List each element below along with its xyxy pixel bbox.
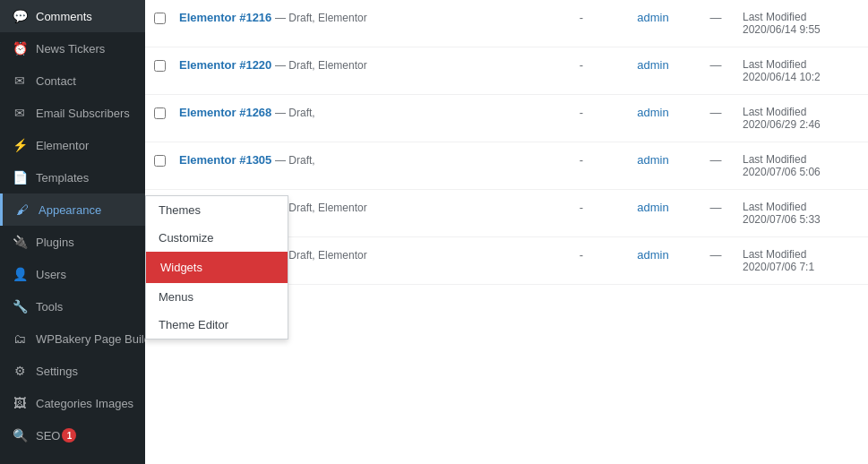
sidebar: 💬 Comments ⏰ News Tickers ✉ Contact ✉ Em… [0,0,145,464]
last-modified-label: Last Modified [743,201,859,213]
sidebar-item-news-tickers-label: News Tickers [36,42,105,56]
post-date-col: Last Modified 2020/07/06 5:33 [743,201,859,226]
last-modified-label: Last Modified [743,11,859,23]
sidebar-item-plugins[interactable]: 🔌 Plugins [0,226,145,258]
sidebar-item-settings[interactable]: ⚙ Settings [0,355,145,387]
last-modified-label: Last Modified [743,248,859,261]
dropdown-item-menus[interactable]: Menus [146,283,288,311]
sidebar-item-wpbakery-label: WPBakery Page Builder [36,332,145,346]
sidebar-item-categories-images-label: Categories Images [36,397,133,410]
appearance-icon: 🖌 [13,201,31,219]
appearance-dropdown: Themes Customize Widgets Menus Theme Edi… [145,195,288,339]
post-date-col: Last Modified 2020/07/06 7:1 [743,248,859,273]
sidebar-item-news-tickers[interactable]: ⏰ News Tickers [0,32,145,64]
post-author-link[interactable]: admin [637,201,668,214]
email-subscribers-icon: ✉ [11,104,29,122]
last-modified-label: Last Modified [743,153,859,166]
sidebar-item-elementor-label: Elementor [36,139,89,152]
post-title-col: Elementor #1220 — Draft, Elementor [179,58,546,72]
post-author-link[interactable]: admin [637,11,668,24]
sidebar-item-appearance-label: Appearance [39,203,101,217]
sidebar-item-templates[interactable]: 📄 Templates [0,161,145,193]
sidebar-item-wpbakery[interactable]: 🗂 WPBakery Page Builder [0,322,145,355]
post-author-col: admin [617,58,689,72]
templates-icon: 📄 [11,168,29,186]
sidebar-item-comments[interactable]: 💬 Comments [0,0,145,32]
sidebar-item-contact[interactable]: ✉ Contact [0,64,145,97]
row-checkbox-col [154,11,179,27]
row-checkbox[interactable] [154,60,166,72]
table-row: Elementor #1305 — Draft, - admin — Last … [145,142,868,190]
post-status: — Draft, [275,107,315,119]
dropdown-item-widgets[interactable]: Widgets [146,252,288,283]
post-tags-col: — [689,201,743,214]
sidebar-item-comments-label: Comments [36,10,92,23]
post-tags-col: — [689,11,743,24]
post-title-col: Elementor #1216 — Draft, Elementor [179,11,546,24]
post-status: — Draft, [275,154,315,167]
post-categories-col: - [546,248,617,262]
post-title-link[interactable]: Elementor #1220 [179,58,271,72]
table-row: Elementor #1268 — Draft, - admin — Last … [145,95,868,142]
post-title-link[interactable]: Elementor #1268 [179,106,271,119]
post-author-col: admin [617,248,689,262]
sidebar-item-plugins-label: Plugins [36,236,74,249]
last-modified-date: 2020/06/14 10:2 [743,71,859,83]
sidebar-item-users-label: Users [36,268,66,281]
sidebar-item-seo[interactable]: 🔍 SEO 1 [0,419,145,451]
last-modified-date: 2020/07/06 7:1 [743,261,859,273]
post-author-link[interactable]: admin [637,106,668,119]
wpbakery-icon: 🗂 [11,330,29,348]
post-status: — Draft, Elementor [275,59,367,72]
post-author-col: admin [617,153,689,167]
sidebar-item-tools[interactable]: 🔧 Tools [0,290,145,322]
sidebar-item-seo-label: SEO [36,429,60,443]
dropdown-item-themes[interactable]: Themes [146,196,288,224]
news-tickers-icon: ⏰ [11,39,29,57]
post-author-link[interactable]: admin [637,58,668,72]
row-checkbox-col [154,153,179,169]
post-date-col: Last Modified 2020/06/14 9:55 [743,11,859,36]
users-icon: 👤 [11,265,29,283]
sidebar-item-categories-images[interactable]: 🖼 Categories Images [0,387,145,419]
row-checkbox[interactable] [154,13,166,24]
dropdown-item-customize[interactable]: Customize [146,224,288,252]
post-status: — Draft, Elementor [275,249,367,262]
post-title-col: Elementor #1305 — Draft, [179,153,546,167]
post-title-col: Elementor #1268 — Draft, [179,106,546,119]
dropdown-item-theme-editor[interactable]: Theme Editor [146,311,288,339]
post-date-col: Last Modified 2020/06/29 2:46 [743,106,859,131]
post-date-col: Last Modified 2020/06/14 10:2 [743,58,859,83]
sidebar-item-tools-label: Tools [36,300,63,314]
post-author-link[interactable]: admin [637,153,668,167]
last-modified-label: Last Modified [743,58,859,71]
post-author-link[interactable]: admin [637,248,668,262]
seo-icon: 🔍 [11,426,29,444]
last-modified-date: 2020/06/14 9:55 [743,23,859,36]
sidebar-item-users[interactable]: 👤 Users [0,258,145,290]
sidebar-item-contact-label: Contact [36,74,76,88]
post-tags-col: — [689,248,743,262]
table-row: Elementor #1216 — Draft, Elementor - adm… [145,0,868,47]
last-modified-label: Last Modified [743,106,859,118]
sidebar-item-elementor[interactable]: ⚡ Elementor [0,129,145,161]
plugins-icon: 🔌 [11,233,29,251]
post-date-col: Last Modified 2020/07/06 5:06 [743,153,859,178]
sidebar-item-email-subscribers[interactable]: ✉ Email Subscribers [0,97,145,129]
last-modified-date: 2020/07/06 5:06 [743,166,859,178]
row-checkbox[interactable] [154,155,166,167]
post-tags-col: — [689,153,743,167]
post-categories-col: - [546,58,617,72]
post-author-col: admin [617,106,689,119]
seo-badge: 1 [62,428,76,443]
post-categories-col: - [546,11,617,24]
last-modified-date: 2020/06/29 2:46 [743,118,859,131]
last-modified-date: 2020/07/06 5:33 [743,213,859,226]
post-categories-col: - [546,201,617,214]
post-title-link[interactable]: Elementor #1305 [179,153,271,167]
sidebar-item-appearance[interactable]: 🖌 Appearance [0,193,145,226]
row-checkbox[interactable] [154,107,166,119]
post-categories-col: - [546,153,617,167]
post-title-link[interactable]: Elementor #1216 [179,11,271,24]
tools-icon: 🔧 [11,297,29,315]
